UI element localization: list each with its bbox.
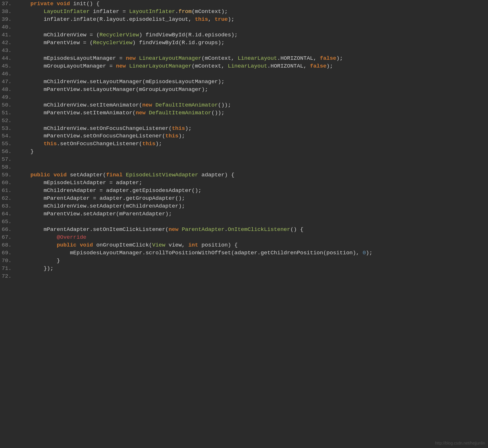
code-line[interactable]: mEpisodesLayoutManager.scrollToPositionW… <box>17 249 486 257</box>
code-line[interactable] <box>17 23 486 31</box>
token-id <box>17 141 44 147</box>
code-line[interactable]: inflater.inflate(R.layout.episodelist_la… <box>17 16 486 23</box>
token-id: mChildrenView = ( <box>17 32 100 38</box>
line-number: 66. <box>1 226 12 234</box>
code-line[interactable]: mEpisodeListAdapter = adapter; <box>17 179 486 187</box>
line-number: 62. <box>1 195 12 202</box>
code-line[interactable] <box>17 163 486 171</box>
line-number: 42. <box>1 39 12 47</box>
token-id: mParentAdapter = adapter.getGroupAdapter… <box>17 195 185 201</box>
token-id: mChildrenView.setOnFocusChangeListener( <box>17 125 172 132</box>
code-area[interactable]: private void init() { LayoutInflater inf… <box>14 0 488 448</box>
token-typ: RecyclerView <box>93 40 132 46</box>
token-id <box>146 110 149 116</box>
token-id: () { <box>290 226 303 233</box>
code-line[interactable] <box>17 272 486 280</box>
token-kw: new <box>126 55 136 61</box>
code-line[interactable]: public void setAdapter(final EpisodeList… <box>17 171 486 179</box>
token-id: (mContext, <box>192 63 228 69</box>
token-id: onGroupItemClick( <box>93 242 152 248</box>
token-id: setAdapter( <box>67 172 106 178</box>
token-kw: void <box>53 172 67 178</box>
line-number: 70. <box>1 257 12 265</box>
token-id: mEpisodesLayoutManager.scrollToPositionW… <box>17 250 363 256</box>
line-number: 72. <box>1 272 12 280</box>
code-line[interactable]: mChildrenView = (RecyclerView) findViewB… <box>17 31 486 39</box>
token-typ: LinearLayoutManager <box>129 63 192 69</box>
token-ann: @Override <box>57 234 87 240</box>
token-num: 0 <box>363 250 366 256</box>
token-id: mChildrenAdapter = adapter.getEpisodesAd… <box>17 187 202 194</box>
token-id: mParentView.setItemAnimator( <box>17 110 136 116</box>
token-id: ); <box>336 55 343 61</box>
token-id: ); <box>228 16 234 23</box>
code-line[interactable]: mChildrenView.setLayoutManager(mEpisodes… <box>17 78 486 86</box>
code-line[interactable]: mGroupLayoutManager = new LinearLayoutMa… <box>17 62 486 70</box>
code-line[interactable]: }); <box>17 265 486 272</box>
line-number: 41. <box>1 31 12 39</box>
line-number: 50. <box>1 101 12 109</box>
code-line[interactable]: mParentAdapter = adapter.getGroupAdapter… <box>17 195 486 202</box>
token-kw: this <box>165 133 179 139</box>
code-line[interactable]: mParentView.setItemAnimator(new DefaultI… <box>17 109 486 117</box>
line-number: 47. <box>1 78 12 86</box>
code-line[interactable] <box>17 94 486 101</box>
code-line[interactable] <box>17 218 486 226</box>
code-line[interactable]: mChildrenView.setAdapter(mChildrenAdapte… <box>17 202 486 210</box>
line-number: 48. <box>1 86 12 94</box>
token-id: mParentView.setOnFocusChangeListener( <box>17 133 165 139</box>
token-id: ); <box>185 125 192 132</box>
token-kw: false <box>310 63 326 69</box>
line-number: 61. <box>1 187 12 195</box>
token-id: } <box>17 257 60 264</box>
line-number: 45. <box>1 62 12 70</box>
code-line[interactable] <box>17 117 486 125</box>
token-id: inflater.inflate(R.layout.episodelist_la… <box>17 16 195 23</box>
token-kw: this <box>195 16 208 23</box>
token-id: position) { <box>198 242 238 248</box>
line-number: 59. <box>1 171 12 179</box>
code-line[interactable]: mChildrenView.setItemAnimator(new Defaul… <box>17 101 486 109</box>
code-line[interactable]: } <box>17 257 486 265</box>
code-line[interactable]: mEpisodesLayoutManager = new LinearLayou… <box>17 55 486 62</box>
token-typ: ParentAdapter <box>182 226 224 233</box>
code-line[interactable]: public void onGroupItemClick(View view, … <box>17 241 486 249</box>
code-line[interactable]: mParentAdapter.setOnItemClickListener(ne… <box>17 226 486 234</box>
code-line[interactable] <box>17 70 486 78</box>
line-number: 67. <box>1 234 12 241</box>
code-line[interactable]: mParentView.setAdapter(mParentAdapter); <box>17 210 486 218</box>
line-number: 37. <box>1 0 12 8</box>
line-number: 64. <box>1 210 12 218</box>
token-id: ); <box>366 250 373 256</box>
token-id: ) findViewById(R.id.groups); <box>132 40 224 46</box>
code-line[interactable] <box>17 47 486 55</box>
token-id: .setOnFocusChangeListener( <box>57 141 142 147</box>
code-line[interactable]: mChildrenView.setOnFocusChangeListener(t… <box>17 125 486 132</box>
code-line[interactable]: private void init() { <box>17 0 486 8</box>
code-line[interactable]: mParentView = (RecyclerView) findViewByI… <box>17 39 486 47</box>
code-line[interactable]: LayoutInflater inflater = LayoutInflater… <box>17 8 486 16</box>
token-id: inflater = <box>90 8 129 15</box>
token-typ: EpisodeListViewAdapter <box>126 172 198 178</box>
watermark-text: http://blog.csdn.net/hejjunlin <box>435 440 485 446</box>
line-number: 38. <box>1 8 12 16</box>
code-line[interactable]: mParentView.setOnFocusChangeListener(thi… <box>17 132 486 140</box>
line-number-gutter: 37.38.39.40.41.42.43.44.45.46.47.48.49.5… <box>0 0 14 448</box>
code-line[interactable]: mChildrenAdapter = adapter.getEpisodesAd… <box>17 187 486 195</box>
code-line[interactable]: @Override <box>17 234 486 241</box>
code-line[interactable] <box>17 156 486 163</box>
token-id: , <box>208 16 215 23</box>
code-line[interactable]: this.setOnFocusChangeListener(this); <box>17 140 486 148</box>
code-editor[interactable]: 37.38.39.40.41.42.43.44.45.46.47.48.49.5… <box>0 0 488 448</box>
token-id: mEpisodeListAdapter = adapter; <box>17 180 142 186</box>
token-typ: RecyclerView <box>100 32 139 38</box>
token-id: (mContext, <box>202 55 238 61</box>
code-line[interactable]: mParentView.setLayoutManager(mGroupLayou… <box>17 86 486 94</box>
token-id <box>50 172 53 178</box>
token-kw: new <box>136 110 145 116</box>
line-number: 65. <box>1 218 12 226</box>
code-line[interactable]: } <box>17 148 486 156</box>
token-id: mChildrenView.setItemAnimator( <box>17 102 142 108</box>
line-number: 43. <box>1 47 12 55</box>
token-typ: OnItemClickListener <box>228 226 290 233</box>
